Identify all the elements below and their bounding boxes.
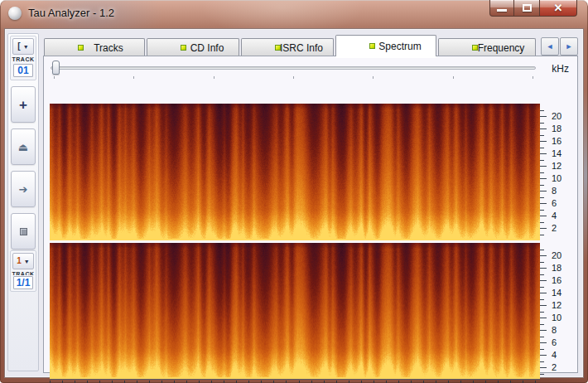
tab-isrc-info[interactable]: ISRC Info	[241, 38, 334, 56]
frequency-tick	[540, 172, 544, 173]
close-icon: ✕	[554, 2, 563, 13]
frequency-tick	[540, 324, 544, 325]
frequency-tick	[540, 128, 547, 129]
frequency-tick-label: 2	[552, 224, 573, 233]
frequency-tick	[540, 166, 547, 167]
slider-tick	[373, 76, 374, 79]
frequency-tick	[540, 203, 547, 204]
disc-selector-icon: 1	[17, 257, 22, 265]
frequency-tick	[540, 318, 547, 318]
arrow-right-icon: ►	[566, 42, 573, 51]
slider-groove[interactable]	[51, 66, 536, 70]
frequency-tick	[540, 299, 544, 300]
titlebar[interactable]: Tau Analyzer - 1.2 ✕	[0, 0, 588, 28]
play-button[interactable]: ➔	[11, 171, 36, 207]
frequency-tick	[540, 293, 547, 293]
frequency-tick-label: 20	[552, 112, 573, 121]
frequency-tick	[540, 185, 544, 186]
tab-spectrum[interactable]: Spectrum	[335, 35, 436, 56]
add-track-button[interactable]: +	[11, 86, 36, 123]
slider-tick	[293, 76, 294, 79]
window-title: Tau Analyzer - 1.2	[28, 7, 114, 19]
tab-cd-info[interactable]: CD Info	[147, 38, 239, 56]
frequency-tick	[540, 268, 547, 269]
tab-tracks[interactable]: Tracks	[44, 38, 145, 56]
zoom-slider[interactable]	[51, 60, 536, 75]
frequency-tick-label: 12	[552, 301, 573, 310]
frequency-tick	[540, 312, 544, 313]
track-selector-label: TRACK	[11, 56, 36, 63]
client-area: [ ▼ TRACK 01 +⏏➔ 1 ▼ TRACK 1/1 TracksCD …	[4, 28, 584, 378]
slider-tick	[214, 76, 214, 79]
frequency-tick	[540, 262, 544, 263]
arrow-left-icon: ◄	[547, 42, 554, 51]
tab-label: Tracks	[45, 42, 144, 54]
frequency-unit-label: kHz	[552, 63, 569, 75]
tab-led-icon	[369, 43, 375, 49]
close-button[interactable]: ✕	[539, 0, 577, 17]
sidebar: [ ▼ TRACK 01 +⏏➔ 1 ▼ TRACK 1/1	[7, 33, 39, 371]
frequency-tick-label: 4	[552, 211, 573, 221]
maximize-button[interactable]	[514, 0, 539, 17]
disc-selector-group: 1 ▼ TRACK 1/1	[10, 250, 36, 292]
tab-scroll-right-button[interactable]: ►	[560, 37, 578, 56]
frequency-tick	[540, 228, 547, 229]
frequency-tick	[540, 330, 547, 331]
track-selector-icon: [	[17, 42, 20, 51]
track-selector-dropdown[interactable]: [ ▼	[12, 38, 34, 55]
tab-led-icon	[181, 45, 186, 51]
frequency-tick	[540, 153, 547, 154]
eject-button[interactable]: ⏏	[11, 128, 36, 165]
slider-thumb[interactable]	[52, 61, 60, 75]
chevron-down-icon: ▼	[24, 259, 30, 264]
frequency-tick	[540, 123, 544, 124]
tab-label: ISRC Info	[242, 42, 333, 54]
disc-selector-label: TRACK	[11, 271, 36, 275]
frequency-tick-label: 18	[552, 124, 573, 133]
frequency-tick	[540, 374, 544, 375]
frequency-tick	[540, 160, 544, 161]
spectrogram-channel-2	[50, 243, 540, 380]
frequency-tick	[540, 305, 547, 306]
slider-tick	[453, 76, 454, 79]
chevron-down-icon: ▼	[23, 44, 29, 50]
tab-led-icon	[275, 45, 281, 51]
frequency-tick	[540, 337, 544, 337]
tab-scroller: ◄ ►	[540, 37, 578, 56]
frequency-tick	[540, 222, 544, 223]
frequency-tick	[540, 210, 544, 211]
slider-tick	[54, 76, 55, 79]
tab-led-icon	[78, 45, 84, 51]
frequency-tick	[540, 116, 547, 117]
frequency-tick	[540, 250, 544, 250]
frequency-tick	[540, 367, 547, 368]
frequency-tick	[540, 280, 547, 281]
tab-led-icon	[472, 45, 478, 51]
tab-bar: TracksCD InfoISRC InfoSpectrumFrequency	[44, 36, 537, 56]
disc-selector-dropdown[interactable]: 1 ▼	[12, 253, 34, 269]
play-icon: ➔	[19, 184, 28, 195]
stop-button[interactable]	[11, 213, 36, 250]
stop-icon	[20, 228, 27, 235]
minimize-button[interactable]	[489, 0, 514, 17]
tab-frequency[interactable]: Frequency	[438, 38, 536, 56]
slider-tick	[533, 76, 533, 79]
window-controls: ✕	[489, 0, 577, 17]
tab-scroll-left-button[interactable]: ◄	[541, 37, 559, 56]
frequency-tick-label: 14	[552, 288, 573, 298]
tab-label: CD Info	[147, 42, 239, 54]
frequency-tick	[540, 235, 544, 235]
frequency-tick-label: 10	[552, 174, 573, 183]
minimize-icon	[497, 9, 507, 12]
frequency-tick-label: 16	[552, 276, 573, 285]
track-number-value: 01	[13, 64, 33, 77]
frequency-tick	[540, 355, 547, 356]
track-selector-group: [ ▼ TRACK 01	[10, 36, 36, 80]
frequency-tick-label: 14	[552, 149, 573, 158]
spectrum-panel: kHz 2468101214161820 2468101214161820 1:…	[43, 56, 578, 373]
frequency-tick	[540, 274, 544, 275]
frequency-tick	[540, 287, 544, 288]
maximize-icon	[523, 4, 532, 12]
frequency-tick-label: 4	[552, 351, 573, 360]
frequency-tick	[540, 255, 547, 256]
